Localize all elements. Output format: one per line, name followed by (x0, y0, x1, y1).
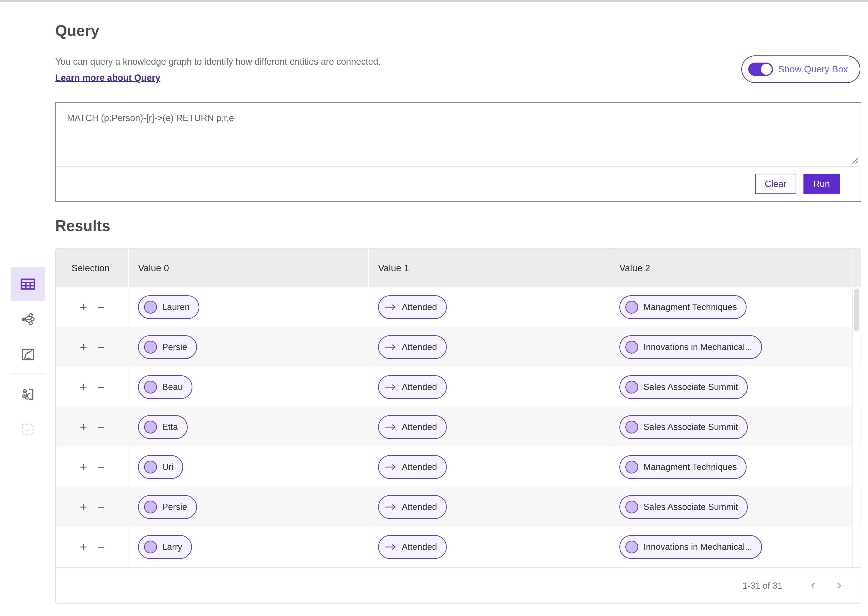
view-switcher-sidebar (11, 267, 45, 448)
node-icon (625, 501, 638, 514)
node-icon (144, 381, 157, 394)
expand-row-button[interactable]: + (80, 301, 87, 313)
edge-pill[interactable]: Attended (378, 375, 447, 399)
pill-label: Managment Techniques (643, 302, 737, 312)
node-pill[interactable]: Sales Associate Summit (619, 375, 748, 399)
node-icon (144, 341, 157, 354)
resize-handle-icon[interactable] (851, 156, 859, 164)
node-pill[interactable]: Sales Associate Summit (619, 495, 748, 519)
node-pill[interactable]: Innovations in Mechanical... (619, 535, 762, 559)
pill-label: Attended (402, 342, 437, 352)
page-title: Query (55, 22, 99, 39)
vertical-scrollbar-thumb[interactable] (854, 289, 859, 332)
column-header-selection: Selection (56, 248, 129, 288)
expand-row-button[interactable]: + (80, 461, 87, 473)
expand-row-button[interactable]: + (80, 501, 87, 513)
arrow-right-icon (384, 343, 397, 351)
pill-label: Sales Associate Summit (643, 502, 738, 512)
pill-label: Attended (402, 502, 437, 512)
toggle-switch-on[interactable] (748, 63, 773, 76)
results-title: Results (55, 217, 110, 234)
edge-pill[interactable]: Attended (378, 335, 447, 359)
collapse-row-button[interactable]: − (98, 301, 104, 313)
column-header-value1: Value 1 (369, 248, 610, 288)
sidebar-item-route-view[interactable] (11, 338, 45, 371)
sidebar-divider (11, 374, 45, 374)
pill-label: Persie (162, 342, 187, 352)
expand-row-button[interactable]: + (80, 421, 87, 433)
edge-pill[interactable]: Attended (378, 535, 447, 559)
node-icon (625, 381, 638, 394)
table-footer: 1-31 of 31 (56, 567, 861, 603)
node-pill[interactable]: Managment Techniques (619, 455, 747, 479)
collapse-row-button[interactable]: − (98, 461, 104, 473)
edge-pill[interactable]: Attended (378, 415, 447, 439)
pill-label: Sales Associate Summit (643, 422, 738, 432)
pill-label: Attended (402, 462, 437, 472)
arrow-right-icon (384, 543, 397, 551)
node-pill[interactable]: Managment Techniques (619, 295, 747, 319)
edge-pill[interactable]: Attended (378, 295, 447, 319)
arrow-right-icon (384, 463, 397, 471)
show-query-box-toggle[interactable]: Show Query Box (741, 55, 860, 83)
node-icon (144, 460, 157, 473)
collapse-row-button[interactable]: − (98, 421, 104, 433)
collapse-row-button[interactable]: − (98, 341, 104, 353)
node-pill[interactable]: Lauren (138, 295, 199, 319)
expand-row-button[interactable]: + (80, 381, 87, 393)
chevron-right-icon (834, 581, 844, 591)
table-view-icon (20, 276, 36, 292)
table-row: + − Etta Attended Sales Associate Summit (56, 407, 861, 447)
sidebar-item-table-view[interactable] (11, 267, 45, 301)
pill-label: Attended (402, 382, 437, 392)
node-pill[interactable]: Persie (138, 495, 197, 519)
window-top-edge (0, 0, 868, 2)
edge-pill[interactable]: Attended (378, 495, 447, 519)
pill-label: Attended (402, 302, 437, 312)
next-page-button[interactable] (832, 579, 846, 592)
arrow-right-icon (384, 383, 397, 391)
node-pill[interactable]: Uri (138, 455, 183, 479)
pill-label: Larry (162, 542, 182, 552)
pill-label: Innovations in Mechanical... (643, 542, 752, 552)
node-pill[interactable]: Persie (138, 335, 197, 359)
sidebar-item-graph-view[interactable] (11, 303, 45, 336)
pill-label: Managment Techniques (643, 462, 737, 472)
pill-label: Beau (162, 382, 183, 392)
node-icon (625, 541, 638, 553)
collapse-row-button[interactable]: − (98, 381, 104, 393)
pill-label: Attended (402, 542, 437, 552)
table-header: Selection Value 0 Value 1 Value 2 (56, 248, 861, 288)
pill-label: Lauren (162, 302, 189, 312)
node-pill[interactable]: Sales Associate Summit (619, 415, 748, 439)
node-pill[interactable]: Larry (138, 535, 192, 559)
node-icon (144, 541, 157, 553)
table-row: + − Persie Attended Sales Associate Summ… (56, 487, 861, 527)
node-icon (625, 421, 638, 434)
query-text: MATCH (p:Person)-[r]->(e) RETURN p,r,e (67, 113, 850, 123)
sidebar-item-send-to-graph[interactable] (11, 377, 45, 411)
results-table: Selection Value 0 Value 1 Value 2 + − La… (55, 248, 861, 603)
node-pill[interactable]: Beau (138, 375, 192, 399)
page-description: You can query a knowledge graph to ident… (55, 57, 381, 67)
table-body: + − Lauren Attended Managment Techniques… (56, 288, 861, 567)
chevron-left-icon (808, 581, 818, 591)
collapse-row-button[interactable]: − (98, 501, 104, 513)
collapse-row-button[interactable]: − (98, 541, 104, 553)
arrow-right-icon (384, 503, 397, 511)
expand-row-button[interactable]: + (80, 341, 87, 353)
query-box: MATCH (p:Person)-[r]->(e) RETURN p,r,e C… (55, 102, 861, 202)
run-button[interactable]: Run (803, 174, 840, 194)
column-header-scroll-gutter (852, 248, 860, 288)
edge-pill[interactable]: Attended (378, 455, 447, 479)
table-row: + − Persie Attended Innovations in Mecha… (56, 327, 861, 368)
previous-page-button[interactable] (807, 579, 820, 592)
node-pill[interactable]: Etta (138, 415, 187, 439)
clear-button[interactable]: Clear (755, 174, 796, 194)
table-row: + − Beau Attended Sales Associate Summit (56, 368, 861, 407)
node-icon (625, 341, 638, 354)
expand-row-button[interactable]: + (80, 541, 87, 553)
node-pill[interactable]: Innovations in Mechanical... (619, 335, 762, 359)
query-editor[interactable]: MATCH (p:Person)-[r]->(e) RETURN p,r,e (56, 103, 861, 167)
learn-more-link[interactable]: Learn more about Query (55, 73, 160, 83)
